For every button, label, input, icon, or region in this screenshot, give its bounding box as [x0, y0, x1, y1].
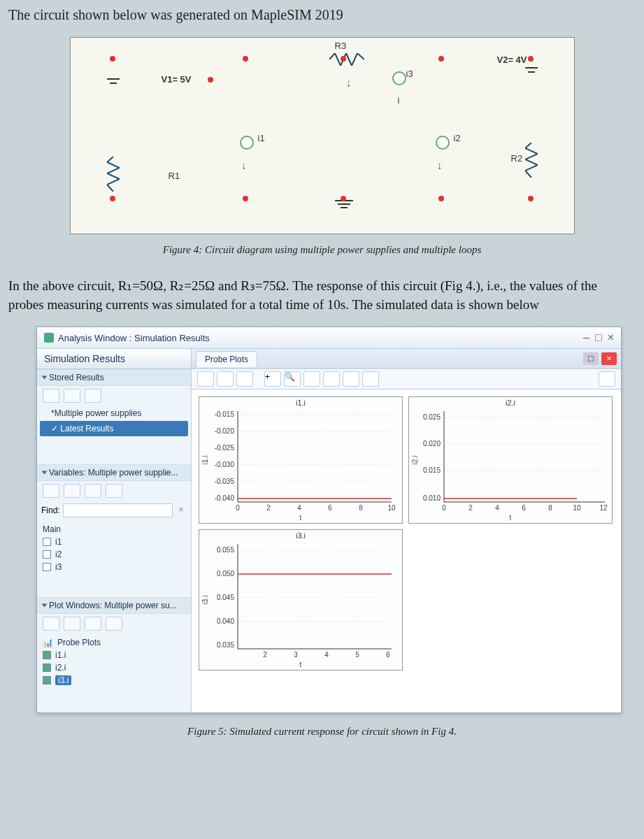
plot-window-probe-plots[interactable]: 📊 Probe Plots [43, 636, 185, 649]
plot-windows-tools [37, 614, 191, 633]
toolbar-button[interactable] [217, 371, 234, 387]
page-heading: The circuit shown below was generated on… [8, 7, 636, 23]
y-axis-label: i1.i [201, 456, 209, 465]
tab-probe-plots[interactable]: Probe Plots [196, 351, 257, 367]
body-paragraph: In the above circuit, R₁=50Ω, R₂=25Ω and… [8, 277, 636, 314]
toolbar-button[interactable] [343, 371, 359, 387]
toolbar-button[interactable] [362, 371, 379, 387]
i-label: i [398, 95, 400, 106]
toolbar-button[interactable] [303, 371, 320, 387]
svg-text:-0.025: -0.025 [215, 444, 235, 452]
find-label: Find: [41, 505, 60, 515]
zoom-icon[interactable]: 🔍 [284, 371, 301, 387]
toolbar-button[interactable] [599, 371, 615, 387]
svg-text:10: 10 [387, 504, 396, 512]
plot-title: i1.i [296, 399, 306, 407]
plot-toolbar: + 🔍 [192, 368, 621, 389]
close-button[interactable]: × [608, 331, 614, 344]
arrow-down-icon: ↓ [437, 159, 443, 172]
svg-text:6: 6 [386, 651, 390, 659]
x-axis-label: t [300, 514, 302, 522]
svg-text:4: 4 [495, 504, 499, 512]
plot-i2[interactable]: i2.i i2.i t 0.025 0.020 0.015 0.010 [408, 396, 613, 524]
tree-item-project[interactable]: *Multiple power supplies [37, 406, 191, 421]
variable-i1[interactable]: i1 [43, 536, 185, 548]
svg-text:-0.015: -0.015 [215, 410, 235, 418]
stored-results-header[interactable]: Stored Results [37, 369, 191, 386]
variable-i3[interactable]: i3 [43, 561, 185, 573]
plot-i1[interactable]: i1.i i1.i t -0.015 -0.020 -0.025 [199, 396, 403, 524]
minimize-button[interactable]: – [583, 331, 589, 344]
svg-text:-0.020: -0.020 [215, 427, 235, 435]
panel-minimize-button[interactable]: □ [583, 352, 599, 365]
tool-button[interactable] [64, 484, 80, 498]
sidebar-title[interactable]: Simulation Results [37, 349, 191, 369]
svg-text:12: 12 [599, 504, 608, 512]
tool-button[interactable] [43, 389, 59, 403]
plot-title: i2.i [506, 399, 515, 407]
variables-header[interactable]: Variables: Multiple power supplie... [37, 464, 191, 481]
plot-item-i3[interactable]: i3.i [43, 674, 185, 687]
tool-button[interactable] [64, 389, 80, 403]
v1-label: V1= 5V [162, 74, 192, 85]
sidebar: Simulation Results Stored Results *Multi… [37, 349, 192, 712]
svg-text:0.045: 0.045 [217, 594, 234, 601]
arrow-down-icon: ↓ [346, 77, 352, 89]
r1-label: R1 [169, 171, 180, 181]
svg-text:3: 3 [294, 651, 298, 659]
tool-button[interactable] [85, 617, 101, 631]
x-axis-label: t [510, 514, 512, 522]
tool-button[interactable] [106, 484, 122, 498]
window-title: Analysis Window : Simulation Results [58, 333, 210, 343]
tool-button[interactable] [85, 389, 101, 403]
maximize-button[interactable]: □ [595, 331, 602, 344]
x-axis-label: t [300, 661, 302, 668]
svg-text:0: 0 [236, 504, 240, 512]
svg-text:0.015: 0.015 [423, 466, 441, 474]
plot-item-i1[interactable]: i1.i [43, 649, 185, 661]
figure-4-caption: Figure 4: Circuit diagram using multiple… [8, 244, 636, 256]
tool-button[interactable] [43, 617, 59, 631]
tool-button[interactable] [43, 484, 59, 498]
svg-text:6: 6 [328, 504, 332, 512]
tree-item-latest-results[interactable]: ✓ Latest Results [40, 421, 188, 436]
analysis-window: Analysis Window : Simulation Results – □… [36, 327, 622, 713]
svg-text:4: 4 [297, 504, 301, 512]
i1-label: i1 [258, 133, 265, 143]
plot-title: i3.i [296, 531, 306, 540]
figure-5-caption: Figure 5: Simulated current response for… [8, 726, 636, 738]
svg-text:0.050: 0.050 [217, 570, 234, 578]
window-titlebar: Analysis Window : Simulation Results – □… [37, 327, 621, 349]
variable-i2[interactable]: i2 [43, 548, 185, 561]
probe-i1 [240, 136, 254, 150]
tool-button[interactable] [106, 617, 122, 631]
toolbar-button[interactable]: + [264, 371, 281, 387]
toolbar-button[interactable] [236, 371, 253, 387]
probe-i3 [392, 71, 406, 85]
plot-item-i2[interactable]: i2.i [43, 661, 185, 674]
v2-label: V2= 4V [497, 55, 527, 65]
clear-icon[interactable]: × [176, 505, 187, 516]
svg-text:8: 8 [548, 504, 552, 512]
arrow-down-icon: ↓ [241, 159, 247, 172]
toolbar-button[interactable] [323, 371, 340, 387]
r3-label: R3 [335, 41, 347, 51]
panel-close-button[interactable]: × [601, 352, 617, 365]
tool-button[interactable] [64, 617, 80, 631]
svg-text:0.055: 0.055 [217, 546, 234, 554]
find-input[interactable] [63, 503, 173, 517]
svg-text:0.035: 0.035 [217, 641, 234, 649]
svg-text:0.025: 0.025 [423, 413, 441, 421]
svg-text:8: 8 [359, 504, 363, 512]
plot-windows-header[interactable]: Plot Windows: Multiple power su... [37, 597, 191, 614]
stored-results-tools [37, 386, 191, 406]
svg-text:0: 0 [442, 504, 446, 512]
probe-i2 [436, 136, 450, 150]
svg-text:0.010: 0.010 [423, 494, 441, 502]
svg-text:0.040: 0.040 [217, 617, 234, 625]
plot-i3[interactable]: i3.i i3.i t 0.055 0.050 0.045 0.040 [199, 529, 403, 671]
tool-button[interactable] [85, 484, 101, 498]
toolbar-button[interactable] [197, 371, 214, 387]
main-label: Main [43, 523, 185, 536]
svg-text:-0.035: -0.035 [215, 478, 235, 485]
